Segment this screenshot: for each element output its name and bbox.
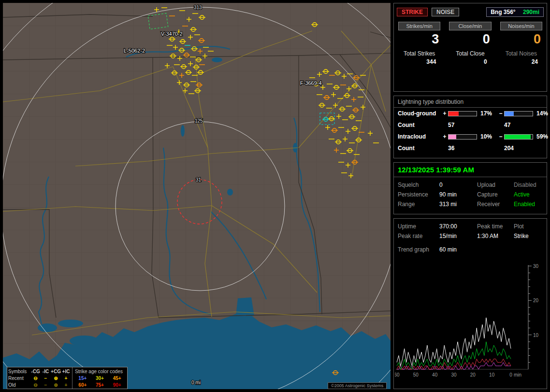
ic-plus-percent: 10%	[478, 133, 497, 140]
total-value-row: 344 0 24	[394, 57, 547, 65]
copyright-notice: ©2005 Astrogenic Systems	[328, 382, 387, 389]
age-code: 60+	[74, 382, 91, 388]
intracloud-count-row: Count 36 204	[394, 142, 547, 154]
lightning-map[interactable]: 313125310 miV-3470-2L-5062-2F-3669-4	[3, 3, 391, 389]
cg-plus-bar-fill	[449, 112, 459, 116]
legend-old-symbol: −	[41, 382, 51, 388]
trend-series-cloud-ground	[397, 359, 511, 369]
trend-x-label: min	[514, 372, 521, 378]
svg-text:313: 313	[194, 5, 202, 10]
symbol-legend: Symbols -CG -IC +CG +IC Recent ⊖ − ⊕ + O…	[7, 367, 128, 389]
svg-text:F-3669-4: F-3669-4	[300, 80, 322, 86]
age-code: 15+	[74, 376, 91, 381]
trend-x-label: 10	[489, 372, 495, 378]
close-per-min-value: 0	[445, 32, 495, 47]
legend-header-ncg: -CG	[30, 369, 41, 374]
svg-text:30: 30	[533, 264, 539, 269]
close-per-min-chip[interactable]: Close/min	[449, 22, 491, 30]
minus-sign: −	[497, 110, 504, 117]
trend-graph-row: Trend graph 60 min	[394, 245, 547, 254]
trend-x-label: 30	[451, 372, 457, 378]
strike-age-legend: Strike age color codes 15+ 30+ 45+ 60+ 7…	[72, 367, 127, 389]
session-row: Uptime 370:00 Peak time Plot	[394, 222, 547, 231]
count-label: Count	[398, 122, 441, 128]
count-label: Count	[398, 145, 441, 152]
capture-status: Active	[514, 191, 543, 198]
peak-rate-value: 15/min	[439, 233, 477, 239]
ic-minus-bar	[504, 134, 533, 140]
cg-plus-count: 57	[448, 122, 478, 128]
ic-minus-count: 204	[504, 145, 534, 152]
legend-old-label: Old	[8, 382, 30, 388]
capture-label: Capture	[477, 191, 514, 198]
rate-chip-row: Strikes/min Close/min Noises/min	[394, 22, 547, 30]
trend-graph: 1020306050403020100min	[395, 261, 546, 388]
plus-sign: +	[441, 110, 448, 117]
age-code: 90+	[108, 382, 126, 388]
noises-per-min-chip[interactable]: Noises/min	[500, 22, 542, 30]
bearing-range-value: 290mi	[523, 9, 539, 15]
receiver-label: Receiver	[477, 201, 514, 208]
cg-minus-percent: 14%	[534, 110, 548, 117]
session-row: Peak rate 15/min 1:30 AM Strike	[394, 231, 547, 241]
age-code: 75+	[91, 382, 109, 388]
plot-label: Plot	[514, 223, 543, 230]
cloud-ground-label: Cloud-ground	[398, 110, 441, 117]
ic-minus-bar-fill	[505, 135, 531, 139]
minus-sign: −	[497, 133, 504, 140]
cg-plus-bar	[448, 111, 477, 116]
age-code: 30+	[91, 376, 109, 381]
legend-header-pcg: +CG	[51, 369, 61, 374]
strikes-per-min-chip[interactable]: Strikes/min	[398, 22, 440, 30]
app-window: { "window": { "copyright": "©2005 Astrog…	[0, 0, 550, 392]
lightning-map-area[interactable]: 313125310 miV-3470-2L-5062-2F-3669-4 Sym…	[3, 3, 391, 389]
strike-stats-panel: STRIKE NOISE Bng 356° 290mi Strikes/min …	[393, 3, 547, 92]
noises-per-min-value: 0	[496, 32, 547, 47]
total-close-value: 0	[445, 58, 495, 65]
receiver-status: Enabled	[514, 201, 543, 208]
ic-plus-count: 36	[448, 145, 478, 152]
age-code: 45+	[108, 376, 126, 381]
persistence-label: Persistence	[398, 191, 439, 198]
upload-status: Disabled	[514, 182, 543, 188]
trend-x-label: 20	[470, 372, 476, 378]
legend-old-symbol: ⊕	[51, 382, 61, 388]
range-label: Range	[398, 201, 439, 208]
svg-text:10: 10	[533, 333, 539, 338]
intracloud-label: Intracloud	[398, 133, 441, 140]
peak-rate-label: Peak rate	[398, 233, 439, 239]
noise-mode-button[interactable]: NOISE	[432, 8, 459, 16]
status-rows: Squelch 0 Upload Disabled Persistence 90…	[394, 177, 547, 209]
squelch-label: Squelch	[398, 182, 439, 188]
bearing-value: Bng 356°	[491, 9, 515, 15]
rate-value-row: 3 0 0	[394, 30, 547, 47]
plot-mode-value: Strike	[514, 233, 543, 239]
peak-time-value: 1:30 AM	[477, 233, 514, 239]
session-trend-panel: Uptime 370:00 Peak time Plot Peak rate 1…	[393, 218, 547, 389]
legend-header-nic: -IC	[41, 369, 51, 374]
distribution-title: Lightning type distribution	[394, 96, 547, 108]
strike-mode-button[interactable]: STRIKE	[397, 8, 428, 16]
legend-header-pic: +IC	[61, 369, 71, 374]
peak-time-label: Peak time	[477, 223, 514, 230]
total-strikes-label: Total Strikes	[394, 50, 445, 57]
svg-text:31: 31	[196, 177, 202, 182]
ic-minus-percent: 59%	[534, 133, 548, 140]
trend-graph-window: 60 min	[439, 246, 477, 253]
legend-header-symbols: Symbols	[8, 369, 30, 374]
age-codes-title: Strike age color codes	[74, 369, 126, 374]
cg-minus-bar-fill	[505, 112, 514, 116]
lightning-distribution-panel: Lightning type distribution Cloud-ground…	[393, 96, 547, 158]
total-label-row: Total Strikes Total Close Total Noises	[394, 47, 547, 57]
uptime-label: Uptime	[398, 223, 439, 230]
svg-text:V-3470-2: V-3470-2	[161, 31, 183, 37]
plus-sign: +	[441, 133, 448, 140]
trend-graph-label: Trend graph	[398, 246, 439, 253]
total-close-label: Total Close	[445, 50, 495, 57]
legend-recent-symbol: −	[41, 376, 51, 381]
legend-old-symbols: ⊖	[30, 382, 41, 388]
svg-text:20: 20	[533, 298, 539, 303]
legend-recent-symbol: ⊕	[51, 376, 61, 381]
cg-plus-percent: 17%	[478, 110, 497, 117]
persistence-value: 90 min	[439, 191, 477, 198]
